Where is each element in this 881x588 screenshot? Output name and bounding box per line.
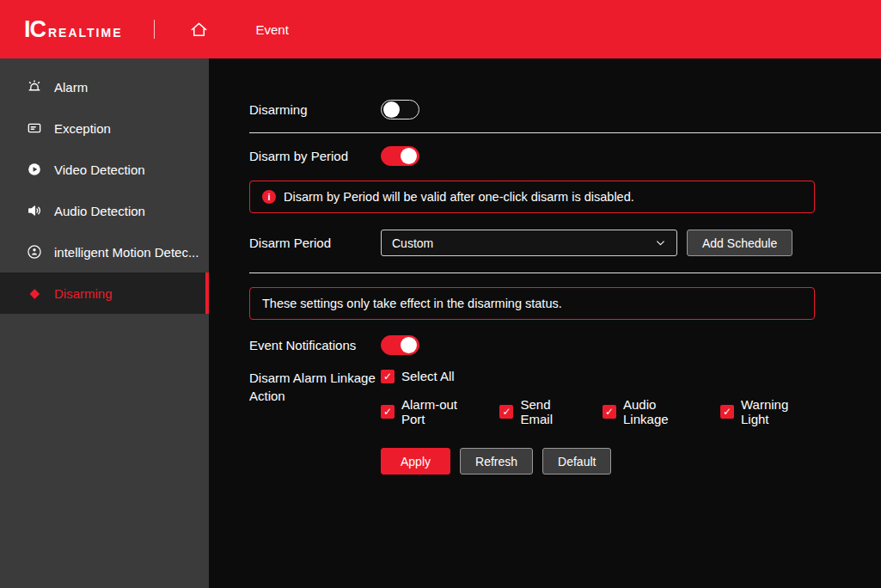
warning-light-checkbox-item[interactable]: Warning Light <box>720 397 815 426</box>
sidebar-item-label: Exception <box>54 121 111 136</box>
action-buttons-row: Apply Refresh Default <box>381 448 881 475</box>
checkbox-label: Alarm-out Port <box>401 397 479 426</box>
exception-icon <box>26 119 43 137</box>
send-email-checkbox[interactable] <box>499 405 513 419</box>
audio-detection-icon <box>26 202 43 219</box>
linkage-checkbox-row: Alarm-out Port Send Email Audio Linkage … <box>381 397 815 426</box>
disarming-toggle[interactable] <box>381 100 419 119</box>
disarm-by-period-toggle[interactable] <box>381 146 419 166</box>
header-divider <box>154 20 155 39</box>
linkage-options: Select All Alarm-out Port Send Email Aud… <box>381 369 815 426</box>
alarm-out-port-checkbox-item[interactable]: Alarm-out Port <box>381 397 479 426</box>
event-notifications-toggle[interactable] <box>381 335 419 355</box>
disarm-by-period-label: Disarm by Period <box>249 147 381 165</box>
sidebar-item-label: Alarm <box>54 80 88 95</box>
home-button[interactable] <box>182 12 217 46</box>
sidebar-item-audio-detection[interactable]: Audio Detection <box>0 190 209 231</box>
select-value: Custom <box>392 236 433 250</box>
chevron-down-icon <box>655 237 666 248</box>
section-divider <box>249 273 881 273</box>
checkbox-label: Send Email <box>520 397 582 426</box>
audio-linkage-checkbox[interactable] <box>603 405 616 419</box>
checkbox-label: Audio Linkage <box>623 397 700 426</box>
disarm-period-row: Disarm Period Custom Add Schedule <box>249 230 815 256</box>
period-notice-text: Disarm by Period will be valid after one… <box>284 190 634 204</box>
sidebar-item-label: Video Detection <box>54 162 145 177</box>
linkage-row: Disarm Alarm Linkage Action Select All A… <box>249 369 815 426</box>
default-button[interactable]: Default <box>542 448 611 475</box>
info-icon: i <box>262 190 276 204</box>
alarm-out-port-checkbox[interactable] <box>381 405 395 419</box>
apply-button[interactable]: Apply <box>381 448 450 475</box>
refresh-button[interactable]: Refresh <box>460 448 533 475</box>
sidebar-item-label: intelligent Motion Detec... <box>54 245 199 260</box>
disarming-row: Disarming <box>249 100 815 119</box>
disarm-period-label: Disarm Period <box>249 234 381 252</box>
home-icon <box>189 20 209 40</box>
sidebar-item-label: Audio Detection <box>54 204 145 218</box>
select-all-checkbox-item[interactable]: Select All <box>381 369 815 383</box>
toggle-knob <box>401 148 417 164</box>
disarming-label: Disarming <box>249 101 381 119</box>
send-email-checkbox-item[interactable]: Send Email <box>499 397 582 426</box>
top-header: IC REALTIME Event <box>0 0 881 58</box>
toggle-knob <box>401 337 417 353</box>
linkage-label: Disarm Alarm Linkage Action <box>249 369 381 405</box>
nav-tab-event[interactable]: Event <box>256 22 289 37</box>
alarm-icon <box>26 78 43 95</box>
main-content: Disarming Disarm by Period i Disarm by P… <box>209 58 881 588</box>
select-all-checkbox[interactable] <box>381 370 395 383</box>
sidebar-item-label: Disarming <box>54 286 113 301</box>
audio-linkage-checkbox-item[interactable]: Audio Linkage <box>603 397 700 426</box>
sidebar-item-intelligent-motion[interactable]: intelligent Motion Detec... <box>0 231 209 273</box>
event-notifications-row: Event Notifications <box>249 335 815 355</box>
disarm-by-period-row: Disarm by Period <box>249 146 815 166</box>
period-notice-box: i Disarm by Period will be valid after o… <box>249 181 815 213</box>
sidebar-item-disarming[interactable]: ◆ Disarming <box>0 273 209 314</box>
toggle-knob <box>383 101 400 118</box>
settings-notice-box: These settings only take effect in the d… <box>249 287 815 320</box>
disarm-period-select[interactable]: Custom <box>381 230 677 256</box>
sidebar-item-alarm[interactable]: Alarm <box>0 66 209 107</box>
brand-logo: IC REALTIME <box>24 16 123 43</box>
logo-realtime-text: REALTIME <box>48 26 123 40</box>
add-schedule-button[interactable]: Add Schedule <box>687 230 792 256</box>
select-all-label: Select All <box>401 369 455 383</box>
checkbox-label: Warning Light <box>741 397 815 426</box>
sidebar-item-exception[interactable]: Exception <box>0 107 209 149</box>
warning-light-checkbox[interactable] <box>720 405 734 419</box>
sidebar-item-video-detection[interactable]: Video Detection <box>0 149 209 190</box>
disarming-icon: ◆ <box>26 285 43 301</box>
logo-ic-text: IC <box>24 16 46 43</box>
sidebar: Alarm Exception Video Detection <box>0 58 209 588</box>
section-divider <box>249 132 881 133</box>
motion-detection-icon <box>26 243 43 260</box>
event-notifications-label: Event Notifications <box>249 336 381 354</box>
video-detection-icon <box>26 161 43 178</box>
settings-notice-text: These settings only take effect in the d… <box>262 297 562 310</box>
